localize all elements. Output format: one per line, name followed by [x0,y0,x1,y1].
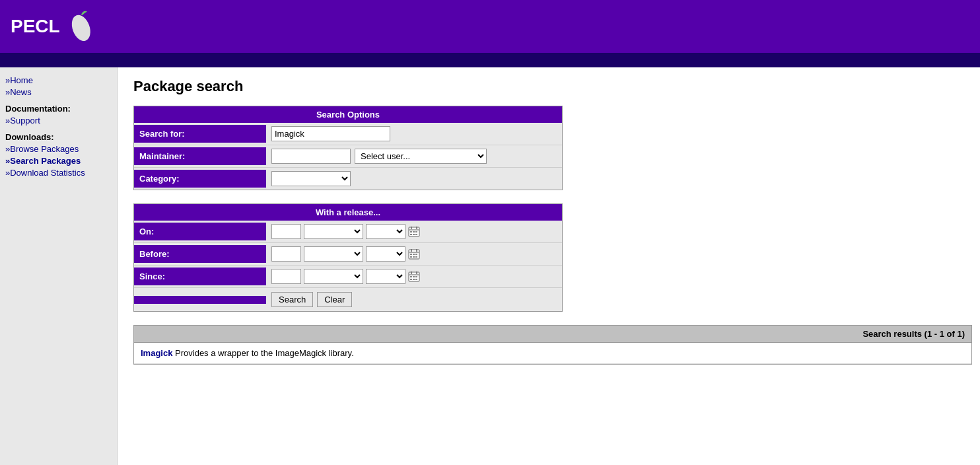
svg-rect-15 [410,254,412,255]
before-label: Before: [134,245,266,263]
svg-point-0 [68,13,93,44]
form-actions-row: Search Clear [134,288,562,311]
on-row: On: JanuaryFebruaryMarch AprilMayJune Ju… [134,221,562,243]
sidebar-item-download-statistics[interactable]: »Download Statistics [5,168,112,178]
svg-rect-5 [410,231,412,232]
form-actions: Search Clear [266,288,357,311]
sidebar: »Home »News Documentation: »Support Down… [0,67,118,465]
svg-rect-27 [415,276,417,277]
result-link[interactable]: Imagick [141,348,172,358]
search-button[interactable]: Search [271,292,313,307]
since-date-group: JanuaryFebruaryMarch AprilMayJune JulyAu… [271,269,420,284]
result-description: Provides a wrapper to the ImageMagick li… [172,348,353,358]
maintainer-value: Select user... [266,145,562,167]
search-options-form: Search Options Search for: Maintainer: S… [133,106,563,190]
actions-spacer [134,296,266,304]
before-value: JanuaryFebruaryMarch AprilMayJune JulyAu… [266,243,562,265]
sidebar-item-news[interactable]: »News [5,87,112,97]
release-header: With a release... [134,204,562,221]
svg-rect-19 [413,256,415,258]
svg-rect-22 [409,274,419,275]
header: PECL [0,0,980,53]
on-calendar-icon[interactable] [408,226,420,238]
sidebar-section-documentation: Documentation: [5,104,112,114]
main-content: Package search Search Options Search for… [118,67,980,465]
svg-rect-8 [410,234,412,235]
sidebar-section-downloads: Downloads: [5,132,112,142]
sidebar-item-search-packages[interactable]: »Search Packages [5,156,112,166]
results-header: Search results (1 - 1 of 1) [134,326,971,343]
maintainer-label: Maintainer: [134,147,266,165]
logo: PECL [11,7,96,46]
before-month-select[interactable]: JanuaryFebruaryMarch AprilMayJune JulyAu… [304,246,363,262]
since-label: Since: [134,268,266,285]
since-year-select[interactable] [366,269,405,284]
results-container: Search results (1 - 1 of 1) Imagick Prov… [133,325,972,365]
svg-rect-26 [413,276,415,277]
category-label: Category: [134,170,266,188]
logo-icon [63,7,96,46]
on-date-group: JanuaryFebruaryMarch AprilMayJune JulyAu… [271,224,420,239]
search-for-value [266,123,562,145]
since-month-select[interactable]: JanuaryFebruaryMarch AprilMayJune JulyAu… [304,269,363,284]
page-title: Package search [133,78,972,95]
category-select[interactable] [271,171,351,186]
search-for-input[interactable] [271,126,390,141]
release-section: With a release... On: JanuaryFebruaryMar… [133,203,563,312]
before-year-select[interactable] [366,246,405,262]
svg-rect-20 [415,256,417,258]
svg-rect-16 [413,254,415,255]
logo-text: PECL [11,16,60,37]
result-row: Imagick Provides a wrapper to the ImageM… [134,343,971,364]
since-row: Since: JanuaryFebruaryMarch AprilMayJune… [134,266,562,288]
search-for-label: Search for: [134,125,266,143]
since-day-input[interactable] [271,269,301,284]
svg-rect-18 [410,256,412,258]
svg-rect-25 [410,276,412,277]
svg-rect-17 [415,254,417,255]
on-year-select[interactable] [366,224,405,239]
layout: »Home »News Documentation: »Support Down… [0,67,980,465]
category-row: Category: [134,168,562,190]
svg-rect-2 [409,229,419,231]
clear-button[interactable]: Clear [317,292,352,307]
svg-rect-28 [410,279,412,280]
svg-rect-10 [415,234,417,235]
since-value: JanuaryFebruaryMarch AprilMayJune JulyAu… [266,266,562,287]
sidebar-item-browse-packages[interactable]: »Browse Packages [5,144,112,154]
on-month-select[interactable]: JanuaryFebruaryMarch AprilMayJune JulyAu… [304,224,363,239]
svg-rect-30 [415,279,417,280]
on-label: On: [134,223,266,240]
category-value [266,168,562,190]
svg-rect-7 [415,231,417,232]
sidebar-item-home[interactable]: »Home [5,75,112,85]
search-options-header: Search Options [134,106,562,123]
before-date-group: JanuaryFebruaryMarch AprilMayJune JulyAu… [271,246,420,262]
svg-rect-9 [413,234,415,235]
before-day-input[interactable] [271,246,301,262]
before-calendar-icon[interactable] [408,248,420,260]
navbar [0,53,980,67]
on-day-input[interactable] [271,224,301,239]
svg-rect-6 [413,231,415,232]
svg-rect-29 [413,279,415,280]
maintainer-user-select[interactable]: Select user... [355,149,487,164]
maintainer-input[interactable] [271,149,351,164]
sidebar-item-support[interactable]: »Support [5,116,112,125]
on-value: JanuaryFebruaryMarch AprilMayJune JulyAu… [266,221,562,242]
maintainer-row: Maintainer: Select user... [134,145,562,168]
search-for-row: Search for: [134,123,562,145]
before-row: Before: JanuaryFebruaryMarch AprilMayJun… [134,243,562,266]
since-calendar-icon[interactable] [408,271,420,283]
svg-rect-12 [409,252,419,253]
